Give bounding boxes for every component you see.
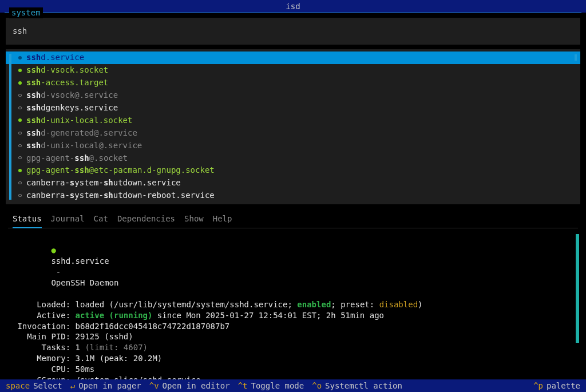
keybind-label: ^v [149,381,159,391]
tab-help[interactable]: Help [213,210,232,228]
tab-show[interactable]: Show [184,210,204,228]
list-item-label: sshd-unix-local@.service [26,140,142,151]
enabled-label: enabled [297,300,331,309]
bullet-icon [18,194,22,197]
list-item[interactable]: canberra-system-shutdown-reboot.service [6,189,580,202]
service-list[interactable]: sshd.servicesshd-vsock.socketssh-access.… [6,49,580,204]
statusbar-item[interactable]: ↵Open in pager [70,381,141,391]
tab-dependencies[interactable]: Dependencies [117,210,175,228]
frame-label: system [9,7,43,18]
list-item[interactable]: canberra-system-shutdown.service [6,177,580,189]
bullet-icon [18,94,22,97]
tab-cat[interactable]: Cat [94,210,108,228]
list-item[interactable]: sshd-vsock.socket [6,64,580,77]
list-item[interactable]: sshd-vsock@.service [6,89,580,102]
tab-journal[interactable]: Journal [51,210,85,228]
app-title: isd [286,2,300,11]
statusbar-item-palette[interactable]: ^ppalette [533,381,580,391]
list-item[interactable]: sshd-unix-local.socket [6,114,580,126]
search-input[interactable]: ssh [6,18,580,45]
list-item[interactable]: sshd-unix-local@.service [6,139,580,152]
list-scrollbar-right[interactable] [575,54,577,61]
preset-label: disabled [379,300,418,309]
list-item-label: sshd-vsock.socket [26,65,108,76]
list-item-label: ssh-access.target [26,77,108,88]
invocation-id: b68d2f16dcc045418c74722d187087b7 [76,322,230,331]
list-item-label: sshd.service [26,52,84,63]
keybind-label: ^p [533,381,543,391]
keybind-label: ^o [312,381,322,391]
list-item[interactable]: sshd.service [6,52,580,64]
bullet-icon [18,132,22,134]
list-item[interactable]: gpg-agent-ssh@.socket [6,152,580,164]
cpu-value: 50ms [76,365,95,374]
detail-service-desc: OpenSSH Daemon [51,278,118,287]
list-item[interactable]: ssh-access.target [6,77,580,89]
search-value: ssh [13,26,27,35]
list-item-label: sshdgenkeys.service [26,102,118,113]
title-bar: isd [0,0,586,13]
detail-service-name: sshd.service [51,256,109,266]
bullet-icon [18,144,22,147]
memory-value: 3.1M (peak: 20.2M) [76,354,163,363]
statusbar-item[interactable]: ^vOpen in editor [149,381,230,391]
keybind-label: ↵ [70,381,75,391]
list-scrollbar-left [9,54,11,200]
statusbar-item[interactable]: ^oSystemctl action [312,381,402,391]
tab-status[interactable]: Status [13,210,42,229]
list-item[interactable]: sshd-generated@.service [6,126,580,139]
list-item[interactable]: gpg-agent-ssh@etc-pacman.d-gnupg.socket [6,164,580,177]
status-bar: spaceSelect↵Open in pager^vOpen in edito… [0,379,586,392]
main-pid: 29125 (sshd) [76,332,133,341]
bullet-icon [18,156,22,159]
list-item-label: canberra-system-shutdown.service [26,177,181,188]
statusbar-item[interactable]: ^tToggle mode [238,381,304,391]
bullet-icon [18,69,22,72]
detail-scrollbar[interactable] [576,234,579,343]
frame-border: system [5,13,581,13]
list-item[interactable]: sshdgenkeys.service [6,101,580,114]
bullet-icon [18,81,22,85]
detail-pane: ● sshd.service - OpenSSH Daemon Loaded: … [8,232,578,392]
bullet-icon [18,118,22,122]
bullet-icon [18,181,22,184]
bullet-icon [18,56,22,60]
keybind-label: space [6,381,30,391]
bullet-icon [18,169,22,172]
list-item-label: sshd-generated@.service [26,128,137,138]
tab-bar: StatusJournalCatDependenciesShowHelp [8,210,578,229]
list-item-label: sshd-vsock@.service [26,90,118,101]
statusbar-item[interactable]: spaceSelect [6,381,62,391]
keybind-label: ^t [238,381,248,391]
list-item-label: gpg-agent-ssh@.socket [26,153,128,164]
list-item-label: sshd-unix-local.socket [26,115,132,126]
active-state: active (running) [76,311,153,320]
bullet-icon [18,106,22,109]
list-item-label: gpg-agent-ssh@etc-pacman.d-gnupg.socket [26,165,215,176]
list-item-label: canberra-system-shutdown-reboot.service [26,190,215,201]
bullet-icon: ● [51,246,56,255]
